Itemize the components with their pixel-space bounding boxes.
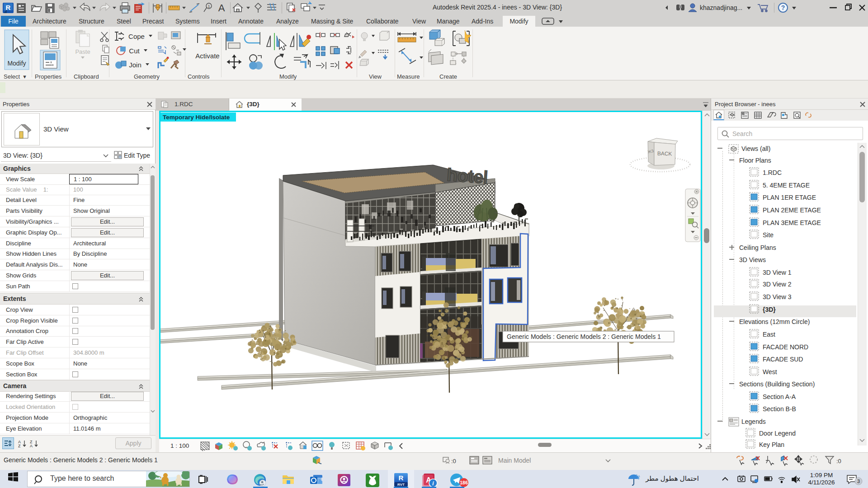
svg-text::0: :0 bbox=[836, 458, 841, 465]
svg-text:3: 3 bbox=[857, 479, 860, 484]
svg-text:RVT: RVT bbox=[397, 483, 405, 487]
svg-text:1: 1 bbox=[208, 4, 210, 9]
svg-text:Activate: Activate bbox=[195, 52, 219, 60]
svg-text:R: R bbox=[399, 474, 404, 482]
svg-text:Temporary Hide/Isolate: Temporary Hide/Isolate bbox=[163, 114, 230, 121]
svg-text:BACK: BACK bbox=[657, 150, 672, 157]
svg-text:hotel: hotel bbox=[446, 164, 488, 187]
svg-text:186: 186 bbox=[460, 480, 468, 485]
svg-text:Join: Join bbox=[129, 61, 142, 69]
svg-text:Cut: Cut bbox=[129, 47, 140, 55]
svg-text:Paste: Paste bbox=[75, 48, 90, 55]
svg-text:Z: Z bbox=[18, 444, 21, 448]
svg-text:A: A bbox=[218, 2, 225, 14]
svg-text:?: ? bbox=[781, 4, 785, 11]
svg-text::0: :0 bbox=[451, 458, 456, 465]
svg-text:A: A bbox=[30, 444, 33, 448]
svg-text:R: R bbox=[6, 4, 11, 11]
svg-text:Generic Models : Generic Model: Generic Models : Generic Models 2 : Gene… bbox=[507, 333, 661, 340]
svg-text:khaznadjinag...: khaznadjinag... bbox=[700, 4, 742, 11]
svg-text:Cope: Cope bbox=[128, 33, 145, 40]
svg-text:Modify: Modify bbox=[7, 60, 26, 67]
